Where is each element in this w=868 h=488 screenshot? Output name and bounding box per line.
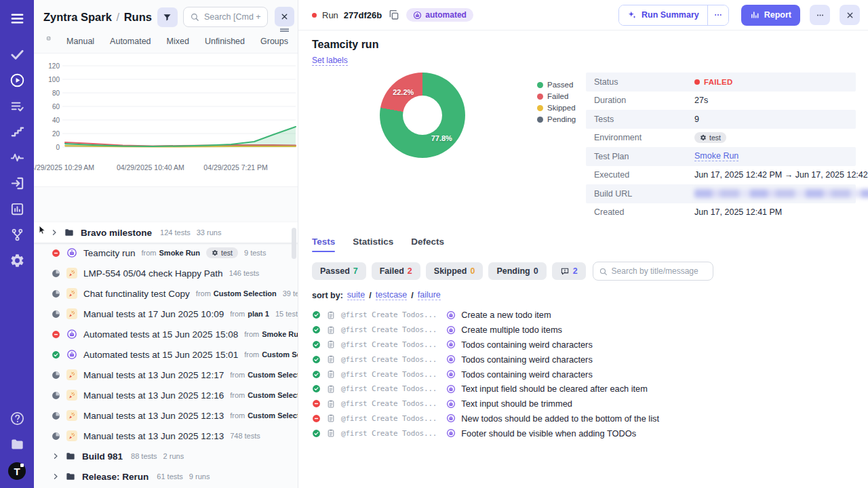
runs-tab-automated[interactable]: Automated — [110, 37, 151, 46]
test-suite: @first Create Todos... — [341, 325, 437, 334]
run-summary-button[interactable]: Run Summary — [619, 5, 707, 25]
test-row[interactable]: @first Create Todos...Todos containing w… — [312, 338, 856, 352]
run-plan: Custom Selection — [214, 289, 277, 298]
automated-test-icon — [446, 428, 456, 438]
detail-label: Status — [594, 77, 694, 87]
automated-run-icon — [66, 247, 77, 258]
chevron-right-icon[interactable] — [52, 472, 60, 481]
scrollbar-thumb[interactable] — [292, 228, 296, 259]
failed-filter-chip[interactable]: Failed2 — [372, 262, 420, 280]
chart-box-icon[interactable] — [9, 201, 25, 217]
app-logo[interactable]: T — [8, 462, 26, 480]
run-row[interactable]: Manual tests at 13 Jun 2025 12:13fromCus… — [34, 405, 298, 426]
tab-tests[interactable]: Tests — [312, 237, 335, 252]
test-row[interactable]: @first Create Todos...Create multiple to… — [312, 323, 856, 338]
run-name: Automated tests at 15 Jun 2025 15:01 — [83, 350, 238, 360]
set-labels-link[interactable]: Set labels — [312, 56, 348, 66]
run-tests-count: 9 tests — [244, 249, 266, 257]
gear-icon[interactable] — [9, 253, 25, 268]
steps-icon[interactable] — [9, 124, 25, 140]
clipboard-icon — [326, 325, 336, 335]
filter-button[interactable] — [157, 7, 178, 27]
comments-filter-chip[interactable]: 2 — [552, 262, 586, 280]
runs-tab-mixed[interactable]: Mixed — [167, 37, 189, 46]
branch-icon[interactable] — [9, 227, 25, 243]
chevron-right-icon[interactable] — [52, 452, 60, 460]
run-summary-more-button[interactable] — [707, 5, 728, 25]
environment-badge: test — [206, 247, 238, 258]
tests-filter-row: Passed7Failed2Skipped0Pending0 2 — [312, 262, 856, 281]
run-group-row[interactable]: Release: Rerun61 tests9 runs — [34, 466, 298, 487]
run-row[interactable]: Teamcity runfromSmoke Runtest9 tests — [34, 243, 298, 263]
sort-by-suite[interactable]: suite — [347, 290, 365, 300]
manual-run-icon — [66, 369, 77, 380]
test-row[interactable]: @first Create Todos...Todos containing w… — [312, 367, 856, 382]
more-actions-button[interactable] — [810, 5, 830, 25]
passed-filter-chip[interactable]: Passed7 — [312, 262, 366, 280]
run-topbar: Run 277df26b automated Run Summary Repor… — [298, 0, 868, 30]
run-row[interactable]: LMP-554 05/04 check Happy Path146 tests — [34, 263, 298, 283]
list-check-icon[interactable] — [9, 98, 25, 114]
global-search-input[interactable] — [204, 12, 261, 22]
group-tests-count: 61 tests — [157, 472, 183, 481]
test-plan-link[interactable]: Smoke Run — [694, 151, 738, 161]
test-row[interactable]: @first Create Todos...Footer should be v… — [312, 426, 856, 441]
run-tests-count: 146 tests — [229, 269, 260, 277]
test-row[interactable]: @first Create Todos...Create a new todo … — [312, 308, 856, 323]
tab-statistics[interactable]: Statistics — [353, 237, 393, 252]
global-search[interactable] — [183, 7, 268, 27]
sort-by-failure[interactable]: failure — [418, 290, 441, 300]
run-row[interactable]: Manual tests at 13 Jun 2025 12:17fromCus… — [34, 365, 298, 385]
test-row[interactable]: @first Create Todos...Todos containing w… — [312, 352, 856, 367]
skipped-filter-chip[interactable]: Skipped0 — [426, 262, 484, 280]
runs-tab-unfinished[interactable]: Unfinished — [205, 37, 245, 46]
menu-icon[interactable] — [9, 11, 25, 26]
pulse-icon[interactable] — [9, 150, 25, 165]
select-all-icon[interactable] — [46, 36, 51, 47]
report-button[interactable]: Report — [741, 5, 800, 26]
import-icon[interactable] — [9, 176, 25, 191]
tests-search-input[interactable] — [612, 266, 707, 276]
close-run-button[interactable] — [840, 5, 860, 25]
run-group-row[interactable]: Bravo milestone124 tests33 runs — [34, 222, 298, 243]
run-row[interactable]: Automated tests at 15 Jun 2025 15:08from… — [34, 324, 298, 344]
test-row[interactable]: @first Create Todos...New todos should b… — [312, 411, 856, 426]
run-row[interactable]: Manual tests at 13 Jun 2025 12:16fromCus… — [34, 385, 298, 405]
copy-run-id-button[interactable] — [387, 8, 401, 22]
comment-count: 2 — [573, 266, 578, 276]
automated-test-icon — [446, 310, 456, 320]
run-id: 277df26b — [344, 10, 382, 20]
from-label: from — [196, 289, 211, 298]
run-row[interactable]: Chat functinality test CopyfromCustom Se… — [34, 283, 298, 304]
sort-by-testcase[interactable]: testcase — [376, 290, 408, 300]
panel-close-button[interactable] — [275, 7, 294, 26]
app-sidebar: T — [0, 0, 34, 488]
detail-value-text: 9 — [694, 115, 699, 124]
tests-search[interactable] — [593, 262, 713, 281]
play-circle-icon[interactable] — [9, 73, 25, 88]
runs-tab-manual[interactable]: Manual — [66, 37, 94, 46]
test-row[interactable]: @first Create Todos...Text input field s… — [312, 382, 856, 396]
automated-run-icon — [66, 349, 77, 360]
chip-label: Passed — [320, 266, 350, 276]
automated-test-icon — [446, 384, 456, 394]
legend-item: Skipped — [537, 104, 586, 112]
run-row[interactable]: Manual tests at 17 Jun 2025 10:09frompla… — [34, 304, 298, 324]
runs-panel-header: Zyntra Spark / Runs — [34, 0, 298, 27]
pending-filter-chip[interactable]: Pending0 — [488, 262, 546, 280]
chevron-right-icon[interactable] — [50, 228, 58, 237]
run-plan: Smoke Run — [159, 249, 201, 257]
test-row[interactable]: @first Create Todos...Text input should … — [312, 396, 856, 411]
runs-panel: Zyntra Spark / Runs ManualAutomatedMixed… — [34, 0, 298, 488]
help-icon[interactable] — [9, 411, 25, 426]
test-title: Text input field should be cleared after… — [461, 384, 648, 394]
svg-text:100: 100 — [48, 76, 60, 83]
run-group-row[interactable]: Build 98188 tests2 runs — [34, 446, 298, 466]
tab-defects[interactable]: Defects — [411, 237, 444, 252]
run-row[interactable]: Automated tests at 15 Jun 2025 15:01from… — [34, 344, 298, 365]
folder-icon[interactable] — [9, 436, 25, 452]
runs-tab-groups[interactable]: Groups — [260, 37, 288, 46]
run-row[interactable]: Manual tests at 13 Jun 2025 12:13748 tes… — [34, 426, 298, 446]
from-label: from — [142, 249, 157, 257]
check-icon[interactable] — [9, 47, 25, 62]
